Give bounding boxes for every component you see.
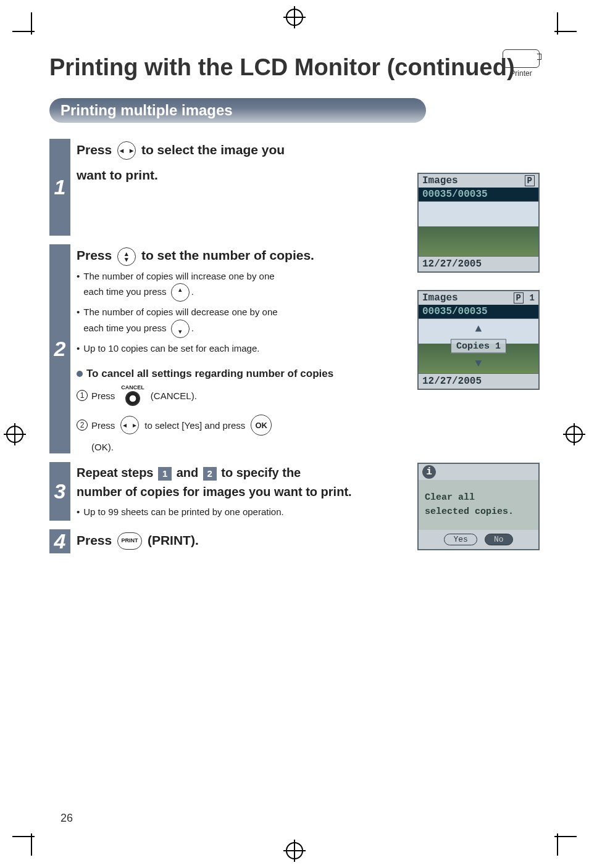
- bullet-dot: •: [77, 342, 80, 356]
- step2-b2b: each time you press: [83, 323, 169, 333]
- step-number-1: 1: [49, 139, 70, 236]
- s3b: and: [177, 466, 202, 479]
- s3a: Repeat steps: [77, 466, 157, 479]
- lcd1-date: 12/27/2005: [419, 257, 538, 271]
- left-right-button-icon: [120, 416, 139, 434]
- circled-1-icon: 1: [77, 390, 88, 401]
- lcd2-counter: 00035/00035: [419, 305, 538, 318]
- sub2c: (OK).: [91, 442, 114, 452]
- s3c: to specify the: [221, 466, 301, 479]
- printer-label: Printer: [503, 69, 540, 78]
- down-button-icon: [171, 320, 190, 338]
- s3-b1: Up to 99 sheets can be printed by one op…: [83, 505, 283, 519]
- step-number-4: 4: [49, 529, 70, 553]
- printer-icon-box: Printer: [503, 49, 540, 78]
- sub2b: to select [Yes] and press: [144, 420, 245, 431]
- step2-b1a: The number of copies will increase one b…: [83, 271, 274, 281]
- step2-subhead: To cancel all settings regarding number …: [86, 368, 333, 380]
- step1-text-c: want to print.: [77, 168, 158, 182]
- page-title: Printing with the LCD Monitor (continued…: [49, 54, 540, 81]
- p-badge-icon: P: [514, 292, 524, 304]
- lcd2-date: 12/27/2005: [419, 374, 538, 389]
- p-badge-icon: P: [525, 175, 535, 186]
- bullet-dot: •: [77, 505, 80, 519]
- s4a: Press: [77, 533, 115, 547]
- lcd1-title: Images: [422, 175, 458, 186]
- dialog-msg1: Clear all: [425, 491, 532, 505]
- sub1b: (CANCEL).: [151, 391, 197, 401]
- step-number-3: 3: [49, 462, 70, 521]
- copies-overlay: Copies 1: [451, 339, 506, 353]
- lcd2-topnum: 1: [530, 293, 535, 303]
- page-number: 26: [61, 812, 73, 825]
- step-number-2: 2: [49, 244, 70, 453]
- step2-b1c: .: [191, 286, 194, 297]
- step1-text-a: Press: [77, 143, 115, 157]
- step1-text-b: to select the image you: [141, 143, 285, 157]
- bullet-dot: •: [77, 305, 80, 338]
- print-button-icon: PRINT: [117, 532, 142, 550]
- s3d: number of copies for images you want to …: [77, 485, 352, 498]
- circled-2-icon: 2: [77, 420, 88, 431]
- down-arrow-icon: ▼: [475, 357, 482, 370]
- up-button-icon: [171, 283, 190, 302]
- no-button[interactable]: No: [485, 534, 513, 545]
- lcd2-title: Images: [422, 292, 458, 304]
- step2-text-b: to set the number of copies.: [141, 248, 314, 262]
- printer-icon: [503, 49, 540, 68]
- step-badge-1: 1: [158, 467, 172, 481]
- yes-button[interactable]: Yes: [444, 534, 477, 545]
- lcd-preview-1: Images P 00035/00035 12/27/2005: [417, 173, 540, 273]
- sub1a: Press: [91, 391, 115, 401]
- bullet-dot: •: [77, 270, 80, 302]
- step2-b3: Up to 10 copies can be set for each imag…: [83, 342, 259, 356]
- up-arrow-icon: ▲: [475, 323, 482, 335]
- s4b: (PRINT).: [148, 533, 199, 547]
- lcd1-counter: 00035/00035: [419, 188, 538, 201]
- dialog-msg2: selected copies.: [425, 505, 532, 519]
- ok-button-icon: OK: [251, 415, 272, 436]
- left-right-button-icon: [117, 141, 136, 160]
- up-down-button-icon: [117, 247, 136, 266]
- sub2a: Press: [91, 420, 115, 431]
- disc-icon: [77, 371, 83, 377]
- lcd-dialog: i Clear all selected copies. Yes No: [417, 463, 540, 550]
- lcd1-photo: [419, 201, 538, 257]
- lcd-preview-2: Images P 1 00035/00035 ▲ Copies 1 ▼ 12/2…: [417, 290, 540, 390]
- section-heading: Printing multiple images: [49, 98, 426, 123]
- step2-b2c: .: [191, 323, 194, 333]
- step2-b1b: each time you press: [83, 286, 169, 297]
- info-icon: i: [422, 465, 436, 479]
- cancel-button-icon: CANCEL: [121, 385, 144, 406]
- step-badge-2: 2: [203, 467, 217, 481]
- lcd2-photo: ▲ Copies 1 ▼: [419, 318, 538, 374]
- step2-text-a: Press: [77, 248, 115, 262]
- step2-b2a: The number of copies will decrease one b…: [83, 307, 277, 317]
